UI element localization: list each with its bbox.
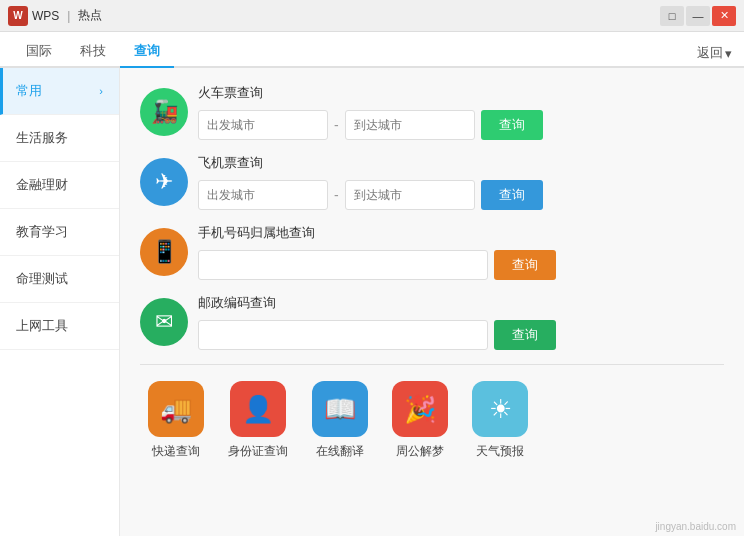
dash-separator-flight: - (334, 187, 339, 203)
app-icon-delivery[interactable]: 🚚 快递查询 (148, 381, 204, 460)
postal-inputs: 查询 (198, 320, 724, 350)
delivery-label: 快递查询 (152, 443, 200, 460)
train-inputs: - 查询 (198, 110, 724, 140)
sidebar-item-education[interactable]: 教育学习 (0, 209, 119, 256)
flight-departure-input[interactable] (198, 180, 328, 210)
phone-input[interactable] (198, 250, 488, 280)
section-divider (140, 364, 724, 365)
maximize-button[interactable]: □ (660, 6, 684, 26)
dream-icon: 🎉 (392, 381, 448, 437)
weather-label: 天气预报 (476, 443, 524, 460)
content-area: 🚂 火车票查询 - 查询 ✈ 飞机票查询 - 查询 (120, 68, 744, 536)
dream-label: 周公解梦 (396, 443, 444, 460)
phone-query-fields: 手机号码归属地查询 查询 (198, 224, 724, 280)
window-title: 热点 (78, 7, 102, 24)
app-icon-id[interactable]: 👤 身份证查询 (228, 381, 288, 460)
postal-query-button[interactable]: 查询 (494, 320, 556, 350)
minimize-button[interactable]: — (686, 6, 710, 26)
dash-separator-train: - (334, 117, 339, 133)
watermark: jingyan.baidu.com (655, 521, 736, 532)
flight-inputs: - 查询 (198, 180, 724, 210)
app-title: WPS (32, 9, 59, 23)
train-query-fields: 火车票查询 - 查询 (198, 84, 724, 140)
tab-international[interactable]: 国际 (12, 36, 66, 68)
phone-inputs: 查询 (198, 250, 724, 280)
flight-arrival-input[interactable] (345, 180, 475, 210)
app-logo: W WPS | 热点 (8, 6, 102, 26)
sidebar-item-fortune[interactable]: 命理测试 (0, 256, 119, 303)
postal-label: 邮政编码查询 (198, 294, 724, 312)
tab-tech[interactable]: 科技 (66, 36, 120, 68)
title-separator: | (67, 9, 70, 23)
id-label: 身份证查询 (228, 443, 288, 460)
flight-query-button[interactable]: 查询 (481, 180, 543, 210)
train-icon: 🚂 (140, 88, 188, 136)
train-arrival-input[interactable] (345, 110, 475, 140)
phone-label: 手机号码归属地查询 (198, 224, 724, 242)
main-layout: 常用 › 生活服务 金融理财 教育学习 命理测试 上网工具 🚂 火车票查询 (0, 68, 744, 536)
postal-icon: ✉ (140, 298, 188, 346)
phone-query-row: 📱 手机号码归属地查询 查询 (140, 224, 724, 280)
postal-query-row: ✉ 邮政编码查询 查询 (140, 294, 724, 350)
back-button[interactable]: 返回 ▾ (697, 44, 732, 62)
nav-bar: 国际 科技 查询 返回 ▾ (0, 32, 744, 68)
sidebar: 常用 › 生活服务 金融理财 教育学习 命理测试 上网工具 (0, 68, 120, 536)
close-button[interactable]: ✕ (712, 6, 736, 26)
flight-label: 飞机票查询 (198, 154, 724, 172)
flight-query-fields: 飞机票查询 - 查询 (198, 154, 724, 210)
app-icons-row: 🚚 快递查询 👤 身份证查询 📖 在线翻译 🎉 周公解梦 ☀ 天气预报 (140, 381, 724, 460)
weather-icon: ☀ (472, 381, 528, 437)
train-departure-input[interactable] (198, 110, 328, 140)
tab-query[interactable]: 查询 (120, 36, 174, 68)
title-bar: W WPS | 热点 □ — ✕ (0, 0, 744, 32)
delivery-icon: 🚚 (148, 381, 204, 437)
train-label: 火车票查询 (198, 84, 724, 102)
translate-icon: 📖 (312, 381, 368, 437)
window-controls: □ — ✕ (660, 6, 736, 26)
chevron-down-icon: ▾ (725, 46, 732, 61)
wps-icon: W (8, 6, 28, 26)
postal-query-fields: 邮政编码查询 查询 (198, 294, 724, 350)
train-query-button[interactable]: 查询 (481, 110, 543, 140)
translate-label: 在线翻译 (316, 443, 364, 460)
app-icon-dream[interactable]: 🎉 周公解梦 (392, 381, 448, 460)
sidebar-item-internet[interactable]: 上网工具 (0, 303, 119, 350)
train-query-row: 🚂 火车票查询 - 查询 (140, 84, 724, 140)
id-icon: 👤 (230, 381, 286, 437)
sidebar-item-life[interactable]: 生活服务 (0, 115, 119, 162)
app-icon-translate[interactable]: 📖 在线翻译 (312, 381, 368, 460)
sidebar-item-finance[interactable]: 金融理财 (0, 162, 119, 209)
app-icon-weather[interactable]: ☀ 天气预报 (472, 381, 528, 460)
flight-query-row: ✈ 飞机票查询 - 查询 (140, 154, 724, 210)
phone-icon: 📱 (140, 228, 188, 276)
sidebar-item-common[interactable]: 常用 › (0, 68, 119, 115)
phone-query-button[interactable]: 查询 (494, 250, 556, 280)
flight-icon: ✈ (140, 158, 188, 206)
postal-input[interactable] (198, 320, 488, 350)
chevron-right-icon: › (99, 85, 103, 97)
